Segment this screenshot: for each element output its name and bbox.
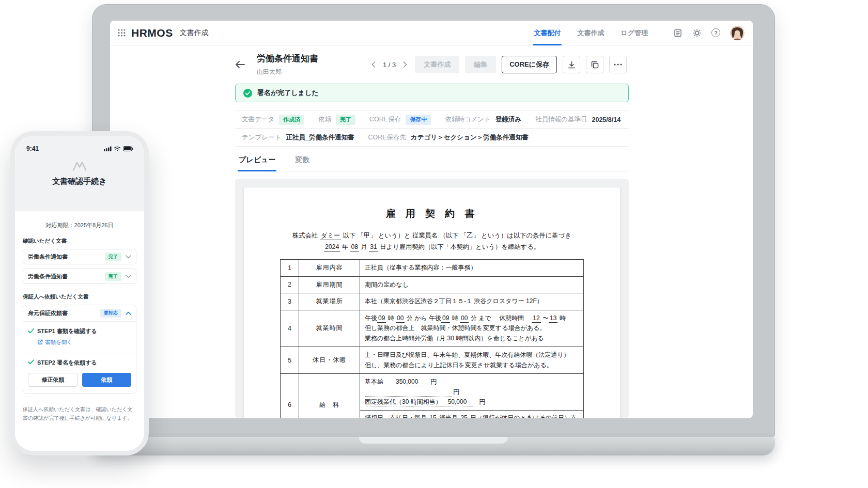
- copy-button[interactable]: [586, 56, 603, 73]
- status-bar: 9:41: [15, 136, 144, 153]
- contract-row: 4就業時間午後09 時 00 分 から 午後09 時 00 分 まで 休憩時間 …: [281, 310, 584, 347]
- content-line: 但し業務の都合上 就業時間・休憩時間を変更する場合がある。: [365, 323, 579, 334]
- avatar[interactable]: [730, 26, 745, 40]
- request-doc-header[interactable]: 身元保証依頼書 要対応: [23, 305, 136, 322]
- step-buttons: 修正依頼 依頼: [28, 373, 131, 387]
- more-button[interactable]: [609, 56, 627, 73]
- row-content: 午後09 時 00 分 から 午後09 時 00 分 まで 休憩時間 12 〜1…: [360, 310, 584, 347]
- content-line: 締切日、支払日・毎月 15 締当月 25 日（銀行が休日のときはその前日）支払: [360, 410, 583, 419]
- row-label: 就業時間: [299, 310, 360, 347]
- doc-title: 身元保証依頼書: [28, 309, 100, 317]
- help-icon[interactable]: [711, 28, 720, 37]
- laptop-frame: HRMOS 文書作成 文書配付文書作成ログ管理 労: [92, 4, 775, 438]
- footer-note: 保証人へ依頼いただく文書は、確認いただく文書の確認が完了後に手続きが可能になりま…: [23, 405, 136, 423]
- status-badge: 完了: [105, 253, 121, 261]
- preview-panel[interactable]: 雇 用 契 約 書 株式会社 ダミー 以下 「甲」 という）と 従業員名 （以下…: [235, 179, 629, 418]
- content-line: 固定残業代（30 時間相当） 50,000 円: [365, 397, 579, 407]
- row-number: 1: [281, 260, 299, 277]
- open-doc-link[interactable]: 書類を開く: [37, 339, 72, 346]
- app-grid-icon[interactable]: [118, 29, 126, 37]
- phone-screen: 9:41 文書確認手続き 対応期限：2025年8月26日 確認いただく文書 労働…: [15, 136, 144, 451]
- phone-header: 9:41 文書確認手続き: [15, 136, 144, 211]
- contract-intro-line: 株式会社 ダミー 以下 「甲」 という）と 従業員名 （以下 「乙」 という）は…: [265, 230, 599, 241]
- external-link-icon: [37, 339, 43, 346]
- create-doc-button[interactable]: 文書作成: [415, 56, 459, 73]
- confirm-doc-item-1[interactable]: 労働条件通知書完了: [23, 249, 136, 264]
- next-page-button[interactable]: [401, 59, 409, 70]
- contract-row: 6給 料基本給 350,000 円 円固定残業代（30 時間相当） 50,000…: [281, 374, 584, 419]
- contract-intro-line: 2024 年 08 月 31 日より雇用契約（以下「本契約」という）を締結する。: [265, 241, 599, 253]
- page-indicator: 1 / 3: [383, 61, 396, 69]
- nav-tab-2[interactable]: 文書作成: [576, 21, 605, 45]
- meta-label: CORE保存先: [368, 133, 406, 142]
- step1-label: STEP1 書類を確認する: [37, 327, 97, 335]
- meta-item: CORE保存保存中: [369, 115, 431, 125]
- success-banner: 署名が完了しました: [235, 84, 629, 102]
- nav-tab-3[interactable]: ログ管理: [619, 21, 649, 45]
- meta-label: 文書データ: [242, 115, 274, 124]
- content-line: 午後09 時 00 分 から 午後09 時 00 分 まで 休憩時間 12 〜1…: [365, 313, 579, 324]
- step2-row: STEP2 署名を依頼する: [28, 359, 131, 367]
- content-line: 正社員（従事する業務内容：一般事務）: [365, 263, 579, 273]
- row-content: 期間の定めなし: [360, 276, 584, 293]
- row-number: 5: [281, 347, 299, 374]
- mobile-logo-icon: [15, 161, 144, 171]
- contract-row: 1雇用内容正社員（従事する業務内容：一般事務）: [281, 260, 584, 277]
- meta-row-template: テンプレート正社員_労働条件通知書CORE保存先カテゴリ＞セクション＞労働条件通…: [235, 129, 629, 147]
- gear-icon[interactable]: [692, 28, 702, 38]
- row-label: 雇用内容: [299, 260, 360, 277]
- meta-label: 依頼: [318, 115, 331, 124]
- divider: [23, 353, 136, 353]
- content-line: 業務の都合上時間外労働（月 30 時間以内）を命じることがある: [365, 334, 579, 344]
- page-title: 労働条件通知書: [257, 53, 335, 65]
- meta-row-status: 文書データ作成済依頼完了CORE保存保存中依頼時コメント登録済み社員情報の基準日…: [235, 111, 629, 129]
- clipboard-icon[interactable]: [673, 28, 683, 38]
- nav-tab-1[interactable]: 文書配付: [533, 21, 562, 45]
- request-doc-card: 身元保証依頼書 要対応 STEP1 書類を確認する 書類: [23, 305, 136, 393]
- mobile-title: 文書確認手続き: [15, 177, 144, 186]
- contract-row: 3就業場所本社（東京都渋谷区渋谷２丁目１５-１ 渋谷クロスタワー 12F）: [281, 293, 584, 310]
- back-button[interactable]: [235, 60, 245, 69]
- view-tab-1[interactable]: プレビュー: [238, 150, 276, 171]
- view-tab-2[interactable]: 変数: [294, 150, 311, 171]
- signal-icon: [104, 144, 112, 153]
- row-content: 基本給 350,000 円 円固定残業代（30 時間相当） 50,000 円締切…: [360, 374, 584, 419]
- document-header: 労働条件通知書 山田太郎 1 / 3 文書作成 編集 COREに保存: [235, 51, 627, 78]
- meta-value: 2025/8/14: [592, 116, 621, 123]
- header-actions: 文書作成 編集 COREに保存: [415, 56, 627, 73]
- row-content: 本社（東京都渋谷区渋谷２丁目１５-１ 渋谷クロスタワー 12F）: [360, 293, 584, 310]
- row-label: 休日・休暇: [299, 347, 360, 374]
- meta-value: 登録済み: [495, 115, 521, 124]
- meta-item: 文書データ作成済: [242, 115, 304, 125]
- navbar: HRMOS 文書作成 文書配付文書作成ログ管理: [110, 21, 753, 45]
- app-name: 文書作成: [180, 28, 209, 38]
- meta-item: 社員情報の基準日2025/8/14: [535, 115, 621, 124]
- meta-label: 社員情報の基準日: [535, 115, 587, 124]
- confirm-doc-list: 労働条件通知書完了労働条件通知書完了: [23, 249, 136, 284]
- check-circle-icon: [243, 89, 252, 98]
- prev-page-button[interactable]: [369, 59, 378, 70]
- meta-rows: 文書データ作成済依頼完了CORE保存保存中依頼時コメント登録済み社員情報の基準日…: [235, 111, 629, 147]
- contract-row: 2雇用期間期間の定めなし: [281, 276, 584, 293]
- check-icon: [28, 328, 34, 335]
- meta-value: 正社員_労働条件通知書: [286, 133, 354, 142]
- hrmos-logo: HRMOS: [131, 27, 173, 39]
- request-doc-steps: STEP1 書類を確認する 書類を開く STEP2 署名を依頼する 修正依: [23, 322, 136, 393]
- battery-icon: [123, 144, 134, 153]
- core-save-button[interactable]: COREに保存: [502, 56, 557, 73]
- meta-item: 依頼完了: [318, 115, 355, 125]
- wifi-icon: [114, 144, 121, 153]
- status-badge: 完了: [336, 115, 355, 125]
- edit-button[interactable]: 編集: [465, 56, 496, 73]
- meta-label: 依頼時コメント: [445, 115, 491, 124]
- download-button[interactable]: [563, 56, 580, 73]
- content-line: 本社（東京都渋谷区渋谷２丁目１５-１ 渋谷クロスタワー 12F）: [365, 296, 579, 307]
- title-block: 労働条件通知書 山田太郎: [257, 53, 335, 76]
- desktop-screen: HRMOS 文書作成 文書配付文書作成ログ管理 労: [110, 21, 753, 418]
- laptop-base: [92, 437, 775, 455]
- confirm-doc-item-2[interactable]: 労働条件通知書完了: [23, 269, 136, 284]
- revise-button[interactable]: 修正依頼: [28, 373, 78, 387]
- content-line: 但し、業務の都合により上記休日を変更させ就業する場合がある。: [365, 360, 579, 371]
- request-button[interactable]: 依頼: [82, 373, 131, 387]
- status-time: 9:41: [26, 145, 39, 152]
